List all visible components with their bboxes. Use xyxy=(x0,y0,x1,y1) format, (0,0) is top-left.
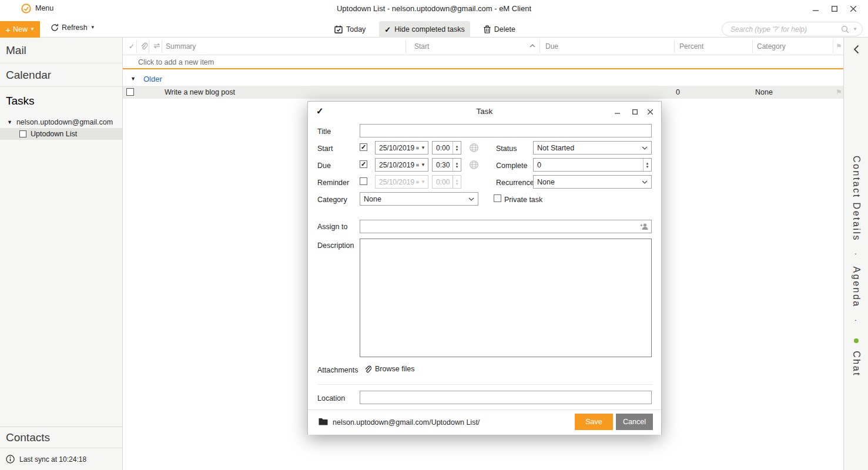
reminder-label: Reminder xyxy=(317,179,349,187)
time-spinner[interactable]: ▲▼ xyxy=(453,142,461,154)
calendar-icon xyxy=(416,179,419,185)
assign-to-input[interactable] xyxy=(360,220,652,233)
toolbar: + New ▼ Refresh ▼ Today ✓ xyxy=(0,17,868,38)
paperclip-icon xyxy=(364,365,371,373)
column-header-category[interactable]: Category xyxy=(757,42,786,51)
window-close-button[interactable] xyxy=(844,4,862,14)
window-minimize-button[interactable] xyxy=(807,4,825,14)
dialog-close-button[interactable] xyxy=(642,106,658,117)
task-list-tree-node[interactable]: Uptodown List xyxy=(0,128,122,140)
attachments-label: Attachments xyxy=(317,366,358,374)
chevron-expanded-icon[interactable]: ▼ xyxy=(7,119,12,125)
tab-chat[interactable]: Chat xyxy=(852,351,862,377)
time-spinner[interactable]: ▲▼ xyxy=(453,159,461,171)
category-label: Category xyxy=(317,196,347,204)
section-divider xyxy=(317,384,652,385)
column-header-summary[interactable]: Summary xyxy=(166,42,196,51)
dialog-maximize-button[interactable] xyxy=(627,106,642,117)
chevron-down-icon: ▼ xyxy=(421,146,425,150)
search-input[interactable] xyxy=(730,25,841,33)
timezone-globe-icon[interactable] xyxy=(470,143,478,152)
private-task-checkbox[interactable] xyxy=(494,194,501,202)
tab-contact-details[interactable]: Contact Details xyxy=(852,156,862,241)
attachment-column-icon[interactable] xyxy=(140,42,148,50)
recurrence-label: Recurrence xyxy=(496,179,534,187)
browse-files-button[interactable]: Browse files xyxy=(364,365,414,373)
due-checkbox[interactable]: ✓ xyxy=(360,160,367,168)
complete-input[interactable]: 0 ▲▼ xyxy=(533,158,652,172)
sidebar-item-tasks[interactable]: Tasks xyxy=(0,87,122,115)
due-date-picker[interactable]: 25/10/2019 ▼ xyxy=(375,158,428,172)
dialog-footer: nelson.uptodown@gmail.com/Uptodown List/… xyxy=(308,409,661,435)
title-label: Title xyxy=(317,127,331,136)
add-new-item-row[interactable]: Click to add a new item xyxy=(123,55,843,69)
column-header-start[interactable]: Start xyxy=(414,42,429,51)
group-row-older[interactable]: ▼ Older xyxy=(123,72,843,86)
sync-status: Last sync at 10:24:18 xyxy=(0,448,122,470)
title-bar: Menu Uptodown List - nelson.uptodown@gma… xyxy=(0,0,868,17)
sidebar-item-calendar[interactable]: Calendar xyxy=(0,63,122,87)
reminder-time-input: 0:00 ▲▼ xyxy=(432,175,461,189)
today-button[interactable]: Today xyxy=(329,21,371,38)
due-time-input[interactable]: 0:30 ▲▼ xyxy=(432,158,461,172)
category-dropdown[interactable]: None xyxy=(360,192,478,206)
refresh-icon xyxy=(51,24,59,32)
task-list-checkbox[interactable] xyxy=(19,130,26,137)
start-time-input[interactable]: 0:00 ▲▼ xyxy=(432,141,461,155)
recurrence-column-icon[interactable] xyxy=(153,42,161,49)
status-dropdown[interactable]: Not Started xyxy=(533,141,652,155)
check-icon: ✓ xyxy=(384,25,391,34)
location-input[interactable] xyxy=(360,391,652,404)
new-button[interactable]: + New ▼ xyxy=(0,21,40,38)
column-divider xyxy=(136,40,137,53)
task-row[interactable]: Write a new blog post 0 None ⚑ xyxy=(123,86,843,99)
search-box[interactable]: ▼ xyxy=(722,22,863,36)
save-folder-path: nelson.uptodown@gmail.com/Uptodown List/ xyxy=(333,418,480,427)
calendar-icon xyxy=(416,162,419,168)
column-header-percent[interactable]: Percent xyxy=(679,42,703,51)
chevron-down-icon xyxy=(468,197,474,201)
recurrence-dropdown[interactable]: None xyxy=(533,175,652,189)
tab-agenda[interactable]: Agenda xyxy=(852,267,862,308)
task-summary: Write a new blog post xyxy=(165,88,235,96)
column-divider xyxy=(752,40,753,53)
collapse-sidebar-chevron-icon[interactable] xyxy=(853,45,859,54)
title-input[interactable] xyxy=(360,124,652,137)
delete-button[interactable]: Delete xyxy=(478,21,521,38)
group-collapse-icon[interactable]: ▼ xyxy=(130,76,136,82)
start-checkbox[interactable]: ✓ xyxy=(360,143,367,151)
timezone-globe-icon[interactable] xyxy=(470,160,478,169)
save-button[interactable]: Save xyxy=(575,414,613,430)
window-maximize-button[interactable] xyxy=(826,4,843,14)
column-divider xyxy=(405,40,406,53)
private-task-label: Private task xyxy=(504,196,542,204)
add-person-icon[interactable] xyxy=(640,222,649,231)
trash-icon xyxy=(484,25,491,33)
cancel-button[interactable]: Cancel xyxy=(616,414,653,430)
chat-online-status-dot xyxy=(854,338,859,343)
column-header-due[interactable]: Due xyxy=(545,42,558,51)
search-scope-chevron-icon[interactable]: ▼ xyxy=(853,27,857,32)
assign-to-label: Assign to xyxy=(317,223,347,231)
chevron-down-icon xyxy=(642,180,648,184)
completed-column-icon[interactable]: ✓ xyxy=(129,42,135,51)
flag-column-icon[interactable]: ⚑ xyxy=(836,42,842,51)
task-complete-checkbox[interactable] xyxy=(126,88,134,96)
column-divider xyxy=(674,40,675,53)
complete-spinner[interactable]: ▲▼ xyxy=(643,159,651,171)
sidebar-item-mail[interactable]: Mail xyxy=(0,38,122,63)
chevron-down-icon: ▼ xyxy=(30,27,35,32)
sidebar-item-contacts[interactable]: Contacts xyxy=(0,427,122,448)
description-textarea[interactable] xyxy=(360,239,652,357)
account-tree-node[interactable]: ▼ nelson.uptodown@gmail.com xyxy=(0,116,122,128)
group-label[interactable]: Older xyxy=(143,75,162,83)
dialog-title-bar[interactable]: ✓ Task xyxy=(308,102,661,122)
tab-separator: · xyxy=(852,253,861,256)
right-sidebar: Contact Details · Agenda · Chat xyxy=(843,38,868,470)
refresh-button[interactable]: Refresh ▼ xyxy=(51,24,95,32)
hide-completed-tasks-button[interactable]: ✓ Hide completed tasks xyxy=(379,21,470,38)
reminder-checkbox[interactable] xyxy=(360,177,367,185)
dialog-minimize-button[interactable] xyxy=(609,106,625,117)
start-date-picker[interactable]: 25/10/2019 ▼ xyxy=(375,141,428,155)
task-flag-icon[interactable]: ⚑ xyxy=(836,88,842,96)
